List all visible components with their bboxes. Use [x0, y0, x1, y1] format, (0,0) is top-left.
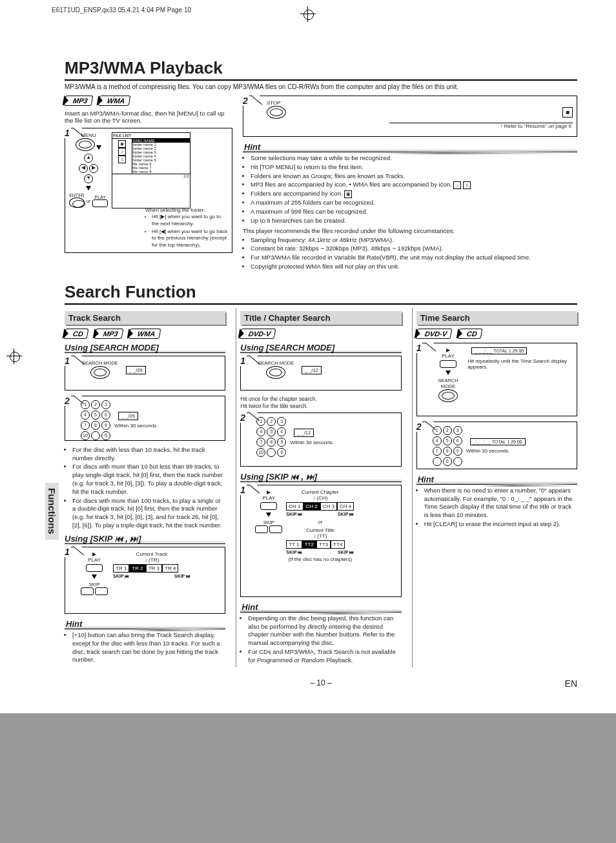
search-mode-icon-3: [438, 389, 458, 402]
badge-wma: WMA: [98, 96, 130, 106]
track-osd1: _ _/29: [126, 366, 146, 374]
track-skip-box: 1 ▶PLAY SKIP Current Track ↓: [65, 547, 225, 614]
track-osd2: _ _/29: [118, 412, 138, 420]
crop-mark-top: [302, 8, 314, 21]
insert-instruction: Insert an MP3/WMA-format disc, then hit …: [65, 110, 232, 124]
print-header: E61T1UD_ENSP.qx33 05.4.21 4:04 PM Page 1…: [52, 6, 191, 14]
track-bullets: For the disc with less than 10 tracks, h…: [65, 446, 225, 530]
time-hint: When there is no need to enter a number,…: [416, 487, 577, 529]
mp3-file-icon: ♪: [453, 181, 461, 189]
skip-prev-icon-2: [255, 525, 268, 533]
step1-bullet1: Hit [▶] when you want to go to the next …: [152, 214, 229, 228]
enter-button-icon: [69, 198, 85, 208]
resume-ref: Refer to "Resume" on page 9.: [504, 123, 573, 129]
badge-mp3-2: MP3: [94, 329, 123, 339]
down-button-icon: ▼: [84, 174, 93, 183]
mp3-step2-box: 2 STOP ■ ↑ Refer to "Resume" on page 9.: [243, 96, 577, 137]
badge-dvdv-2: DVD-V: [415, 329, 452, 339]
track-search-head: Track Search: [65, 311, 225, 325]
page-number: – 10 –: [310, 678, 331, 687]
numpad-icon: 123 456 789 100: [81, 400, 110, 440]
search-mode-icon-2: [266, 366, 285, 379]
chapter-cells: CH 1 CH 2 CH 3 CH 4: [286, 502, 354, 511]
track-step1: 1 SEARCH MODE _ _/29: [65, 356, 225, 391]
numpad-icon-2: 123 456 789 100: [256, 417, 286, 457]
track-cells: TR 1 TR 2 TR 3 TR 4: [113, 564, 190, 573]
step-number-1: 1: [65, 128, 71, 138]
left-button-icon: ◀: [79, 164, 88, 173]
time-hint-head: Hint: [416, 474, 577, 485]
section1-intro: MP3/WMA is a method of compressing files…: [65, 83, 577, 90]
skip-next-icon: [95, 587, 108, 595]
tc-hit-twice: Hit twice for the title search.: [240, 403, 401, 410]
time-step2: 2 123 456 789 0 _:_ _:_ _ TOTAL 1:29:00 …: [416, 421, 577, 469]
tc-hit-once: Hit once for the chapter search.: [240, 396, 401, 403]
play-icon-2: [260, 502, 277, 510]
time-osd2: _:_ _:_ _ TOTAL 1:29:00: [470, 438, 526, 445]
folder-icon: ▣: [344, 190, 352, 198]
remote-nav-icon: [76, 138, 95, 151]
track-using-search: Using [SEARCH MODE]: [65, 343, 225, 353]
titlechap-head: Title / Chapter Search: [240, 311, 401, 325]
tc-hint-head: Hint: [240, 602, 401, 613]
play-button-icon: [92, 199, 108, 207]
label-play: PLAY: [92, 195, 108, 199]
tc-step2: 2 123 456 789 100 _ _/12 Within 30 secon…: [240, 412, 401, 467]
step-number-2: 2: [243, 96, 249, 106]
stop-button-icon: [267, 106, 286, 119]
file-list-panel: FILE LIST ◉ ♪ ♫ DISC NAME folder name 1 …: [112, 132, 190, 208]
skip-prev-icon: [81, 587, 94, 595]
icon-cd: ◉: [118, 140, 126, 148]
track-using-skip: Using [SKIP ⏮ , ⏭]: [65, 534, 225, 544]
icon-wma: ♫: [118, 156, 126, 163]
stop-glyph-icon: ■: [562, 107, 573, 117]
tc-using-skip: Using [SKIP ⏮ , ⏭]: [240, 472, 401, 482]
label-enter: ENTER: [69, 193, 85, 198]
tc-hint: Depending on the disc being played, this…: [240, 614, 401, 665]
search-mode-icon: [90, 366, 110, 379]
icon-mp3: ♪: [118, 148, 126, 156]
title-cells: TT 1 TT2 TT3 TT4: [286, 540, 354, 549]
play-icon: [86, 564, 103, 572]
numpad-icon-3: 123 456 789 0: [433, 426, 462, 466]
badge-mp3: MP3: [64, 96, 93, 106]
mp3-step1-box: 1 MENU ▲ ◀ ▶ ▼: [65, 128, 232, 253]
track-hint: [+10] button can also bring the Track Se…: [65, 631, 225, 664]
hint1-more-list: Sampling frequency: 44.1kHz or 48kHz (MP…: [243, 236, 577, 271]
time-step1: 1 ▶PLAY SEARCH MODE _:_ _:_ _ TOTAL 1:29…: [416, 343, 577, 416]
time-osd1: _:_ _:_ _ TOTAL 1:29:00: [471, 347, 527, 354]
hint1-list: Some selections may take a while to be r…: [243, 154, 577, 225]
section1-title: MP3/WMA Playback: [65, 58, 577, 81]
tc-using-search: Using [SEARCH MODE]: [240, 343, 401, 353]
track-hint-head: Hint: [65, 619, 225, 629]
wma-file-icon: ♫: [463, 181, 471, 189]
label-or: or: [87, 199, 90, 203]
badge-dvdv: DVD-V: [240, 329, 276, 339]
hint1-heading: Hint: [243, 142, 577, 152]
play-icon-3: [440, 360, 457, 368]
lang-code: EN: [565, 678, 577, 689]
crop-mark-left: [8, 350, 21, 363]
section2-title: Search Function: [65, 282, 577, 305]
track-step2: 2 123 456 789 100 _ _/29 Within 30 secon…: [65, 396, 225, 441]
when-selecting: When selecting the folder:: [145, 207, 229, 213]
side-tab-functions: Functions: [45, 483, 59, 540]
label-stop: STOP: [267, 100, 573, 106]
hint1-para: This player recommends the files recorde…: [243, 227, 577, 234]
step1-bullet2: Hit [◀] when you want to go back to the …: [152, 229, 229, 249]
badge-cd: CD: [64, 329, 89, 339]
tc-step1: 1 SEARCH MODE _ _/12: [240, 356, 401, 391]
tc-skip-box: 1 ▶PLAY SKIP Current Chapter: [240, 485, 401, 597]
badge-cd-2: CD: [457, 329, 482, 339]
time-head: Time Search: [416, 311, 577, 325]
tc-osd1: _ _/12: [302, 366, 322, 374]
badge-wma-2: WMA: [128, 329, 161, 339]
skip-next-icon-2: [269, 525, 282, 533]
tc-osd2: _ _/12: [294, 429, 314, 437]
up-button-icon: ▲: [84, 154, 93, 163]
right-button-icon: ▶: [89, 164, 98, 173]
